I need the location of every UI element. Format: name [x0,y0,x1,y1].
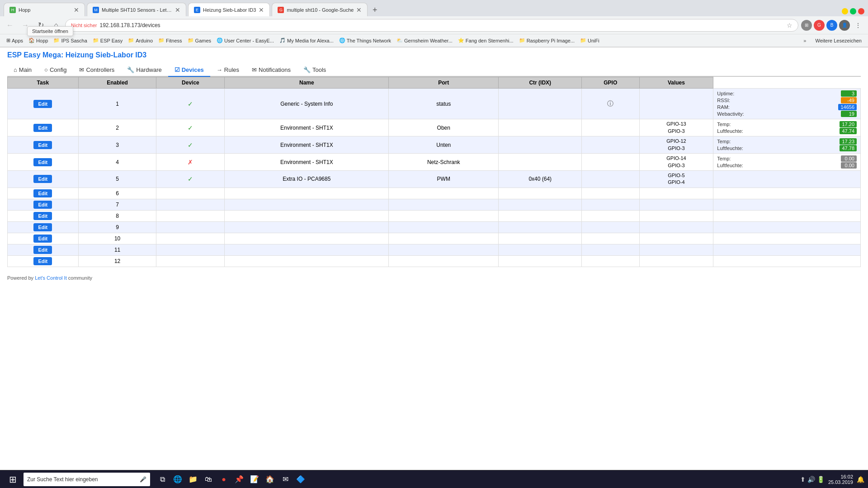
lets-control-it-link[interactable]: Let's Control It [35,275,67,281]
browser-tab-t2[interactable]: M Multiple SHT10 Sensors - Let's C... ✕ [87,3,186,16]
start-button[interactable]: ⊞ [4,471,22,488]
battery-icon: 🔋 [817,476,825,483]
browser-actions: ⊞ G B 👤 ⋮ [801,19,864,32]
star-icon[interactable]: ☆ [787,22,793,29]
port-cell [499,199,582,210]
bookmark-label-4: Arduino [136,38,153,43]
bookmark-item-3[interactable]: 📁ESP Easy [90,37,125,44]
app8-icon[interactable]: ✉ [278,473,292,486]
info-icon: ⓘ [607,100,613,107]
profile-user-icon[interactable]: 👤 [839,20,850,31]
browser-tab-t1[interactable]: H Hopp ✕ [4,3,85,16]
table-header-task: Task [8,77,79,89]
nav-tab-main[interactable]: ⌂Main [7,64,38,77]
values-cell [713,244,861,255]
new-tab-button[interactable]: + [368,4,381,16]
edit-button-3[interactable]: Edit [33,141,52,149]
bookmark-item-12[interactable]: 📁Raspberry Pi Image... [516,37,577,44]
nav-tab-devices[interactable]: ☑Devices [168,64,210,77]
browser-tab-t3[interactable]: E Heizung Sieb-Labor ID3 ✕ [188,3,270,16]
task-number-12: 12 [78,255,156,267]
bookmark-item-7[interactable]: 🌐User Center - EasyE... [214,37,277,44]
edit-button-10[interactable]: Edit [33,235,52,243]
menu-button[interactable]: ⋮ [852,19,864,32]
edit-button-11[interactable]: Edit [33,246,52,254]
edit-button-2[interactable]: Edit [33,124,52,132]
edit-button-6[interactable]: Edit [33,189,52,197]
bookmark-icon-6: 📁 [188,38,194,43]
edit-button-4[interactable]: Edit [33,158,52,166]
bookmark-item-11[interactable]: ⭐Fang den Sternenhi... [455,37,516,44]
edit-button-7[interactable]: Edit [33,201,52,209]
nav-tab-rules[interactable]: →Rules [210,64,245,77]
value-label: Uptime: [717,91,734,96]
file-explorer-icon[interactable]: 📁 [186,473,200,486]
task-number-1: 1 [78,89,156,119]
bookmark-item-8[interactable]: 🎵My Media for Alexa... [277,37,336,44]
nav-tab-controllers[interactable]: ✉Controllers [73,64,121,77]
security-label: Nicht sicher [71,23,97,28]
app5-icon[interactable]: 📌 [232,473,246,486]
bookmark-item-5[interactable]: 📁Fitness [156,37,184,44]
nav-tab-icon-main: ⌂ [14,66,17,73]
network-icon: ⬆ [800,476,806,483]
sensor-name-cell [389,255,499,267]
tab-close-t4[interactable]: ✕ [356,6,362,14]
app9-icon[interactable]: 🔷 [294,473,307,486]
tab-title-t1: Hopp [19,7,71,13]
bookmark-label-6: Games [195,38,211,43]
tab-close-t2[interactable]: ✕ [175,6,180,14]
tab-close-t3[interactable]: ✕ [259,6,264,14]
bookmark-item-0[interactable]: ⊞Apps [4,37,26,44]
profile-b-icon[interactable]: B [826,20,837,31]
value-row: Luftfeuchte:0.00 [717,162,857,169]
taskbar-search-box[interactable]: Zur Suche Text hier eingeben 🎤 [24,473,150,486]
task-view-icon[interactable]: ⧉ [156,473,169,486]
edit-button-5[interactable]: Edit [33,175,52,183]
edit-button-8[interactable]: Edit [33,212,52,220]
nav-tab-config[interactable]: ○Config [38,64,73,77]
nav-tab-tools[interactable]: 🔧Tools [297,64,332,77]
bookmark-label-1: Hopp [36,38,48,43]
more-bookmarks-button[interactable]: » [801,37,809,44]
values-cell [713,233,861,244]
bookmark-item-10[interactable]: ⛅Gernsheim Weather... [394,37,455,44]
bookmark-item-13[interactable]: 📁UniFi [577,37,602,44]
minimize-button[interactable] [842,8,848,14]
address-bar[interactable]: Nicht sicher 192.168.178.173/devices ☆ [65,19,798,32]
bookmark-item-4[interactable]: 📁Arduino [125,37,156,44]
nav-tab-notifications[interactable]: ✉Notifications [245,64,297,77]
restore-button[interactable] [850,8,856,14]
chrome-icon[interactable]: ● [217,473,231,486]
device-name-cell: Extra IO - PCA9685 [225,171,389,188]
nav-tab-icon-controllers: ✉ [79,66,84,73]
nav-tab-hardware[interactable]: 🔧Hardware [121,64,168,77]
extensions-icon[interactable]: ⊞ [801,20,812,31]
taskbar-mic-icon[interactable]: 🎤 [140,476,146,483]
edit-button-1[interactable]: Edit [33,100,52,108]
edit-cell-11: Edit [8,244,79,255]
app7-icon[interactable]: 🏠 [263,473,277,486]
app6-icon[interactable]: 📝 [248,473,261,486]
edit-button-9[interactable]: Edit [33,223,52,231]
table-row: Edit8 [8,210,861,221]
enabled-check: ✓ [188,141,193,149]
task-number-10: 10 [78,233,156,244]
close-button[interactable] [858,8,864,14]
back-button[interactable]: ← [4,19,16,32]
weitere-lesezeichen-button[interactable]: Weitere Lesezeichen [812,37,864,44]
profile-g-icon[interactable]: G [814,20,825,31]
tab-close-t1[interactable]: ✕ [74,6,79,14]
port-cell [499,154,582,171]
ctr-idx-cell [582,136,640,154]
bookmark-item-1[interactable]: 🏠Hopp [26,37,51,44]
bookmark-item-9[interactable]: 🌐The Things Network [336,37,394,44]
bookmark-item-6[interactable]: 📁Games [185,37,214,44]
browser-tab-t4[interactable]: G multiple sht10 - Google-Suche ✕ [272,3,368,16]
bookmark-item-2[interactable]: 📁IPS Sascha [51,37,90,44]
edit-button-12[interactable]: Edit [33,257,52,265]
notification-icon[interactable]: 🔔 [857,476,864,483]
store-icon[interactable]: 🛍 [202,473,215,486]
device-name-cell [225,188,389,199]
edge-icon[interactable]: 🌐 [171,473,184,486]
